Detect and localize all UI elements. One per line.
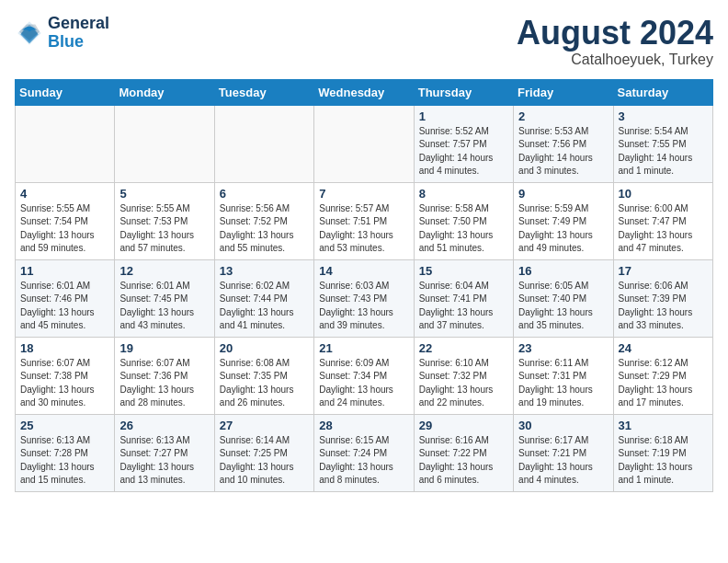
day-number: 3 xyxy=(619,109,708,123)
day-info: Sunrise: 5:54 AM Sunset: 7:55 PM Dayligh… xyxy=(619,125,708,178)
calendar-cell: 10Sunrise: 6:00 AM Sunset: 7:47 PM Dayli… xyxy=(613,182,712,259)
day-number: 15 xyxy=(419,264,508,278)
day-info: Sunrise: 6:03 AM Sunset: 7:43 PM Dayligh… xyxy=(319,280,408,333)
day-number: 14 xyxy=(319,264,408,278)
day-number: 25 xyxy=(20,419,109,432)
calendar-cell: 19Sunrise: 6:07 AM Sunset: 7:36 PM Dayli… xyxy=(115,337,214,414)
calendar-cell: 23Sunrise: 6:11 AM Sunset: 7:31 PM Dayli… xyxy=(514,337,613,414)
day-info: Sunrise: 6:18 AM Sunset: 7:19 PM Dayligh… xyxy=(619,434,708,488)
day-info: Sunrise: 6:12 AM Sunset: 7:29 PM Dayligh… xyxy=(619,357,708,410)
calendar-cell: 13Sunrise: 6:02 AM Sunset: 7:44 PM Dayli… xyxy=(214,259,313,337)
weekday-header-thursday: Thursday xyxy=(414,79,513,105)
day-info: Sunrise: 6:05 AM Sunset: 7:40 PM Dayligh… xyxy=(518,280,608,333)
day-info: Sunrise: 6:06 AM Sunset: 7:39 PM Dayligh… xyxy=(619,280,708,333)
day-number: 22 xyxy=(419,341,508,355)
day-number: 21 xyxy=(319,341,408,355)
calendar-cell: 21Sunrise: 6:09 AM Sunset: 7:34 PM Dayli… xyxy=(314,337,414,414)
calendar-cell: 8Sunrise: 5:58 AM Sunset: 7:50 PM Daylig… xyxy=(414,182,513,259)
day-number: 18 xyxy=(20,341,109,355)
calendar-cell: 6Sunrise: 5:56 AM Sunset: 7:52 PM Daylig… xyxy=(214,182,313,259)
day-number: 24 xyxy=(619,341,708,355)
calendar-cell: 17Sunrise: 6:06 AM Sunset: 7:39 PM Dayli… xyxy=(613,259,712,337)
day-info: Sunrise: 6:10 AM Sunset: 7:32 PM Dayligh… xyxy=(419,357,508,410)
weekday-header-sunday: Sunday xyxy=(16,79,115,105)
calendar-cell: 18Sunrise: 6:07 AM Sunset: 7:38 PM Dayli… xyxy=(16,337,115,414)
calendar-cell: 3Sunrise: 5:54 AM Sunset: 7:55 PM Daylig… xyxy=(613,105,712,182)
day-info: Sunrise: 5:52 AM Sunset: 7:57 PM Dayligh… xyxy=(419,125,508,178)
calendar-cell xyxy=(115,105,214,182)
calendar-cell: 20Sunrise: 6:08 AM Sunset: 7:35 PM Dayli… xyxy=(214,337,313,414)
weekday-header-wednesday: Wednesday xyxy=(314,79,414,105)
calendar-cell: 7Sunrise: 5:57 AM Sunset: 7:51 PM Daylig… xyxy=(314,182,414,259)
day-number: 13 xyxy=(220,264,309,278)
day-info: Sunrise: 6:07 AM Sunset: 7:36 PM Dayligh… xyxy=(119,357,209,410)
weekday-header-saturday: Saturday xyxy=(613,79,712,105)
calendar-cell: 24Sunrise: 6:12 AM Sunset: 7:29 PM Dayli… xyxy=(613,337,712,414)
day-number: 1 xyxy=(419,109,508,123)
day-number: 5 xyxy=(119,187,209,201)
day-info: Sunrise: 6:09 AM Sunset: 7:34 PM Dayligh… xyxy=(319,357,408,410)
day-info: Sunrise: 6:04 AM Sunset: 7:41 PM Dayligh… xyxy=(419,280,508,333)
calendar-cell xyxy=(16,105,115,182)
day-number: 28 xyxy=(319,419,408,432)
weekday-header-friday: Friday xyxy=(514,79,613,105)
location-subtitle: Catalhoeyuek, Turkey xyxy=(517,52,713,68)
day-number: 11 xyxy=(20,264,109,278)
calendar-cell: 11Sunrise: 6:01 AM Sunset: 7:46 PM Dayli… xyxy=(16,259,115,337)
calendar-cell: 15Sunrise: 6:04 AM Sunset: 7:41 PM Dayli… xyxy=(414,259,513,337)
calendar-week-row: 25Sunrise: 6:13 AM Sunset: 7:28 PM Dayli… xyxy=(16,414,713,491)
calendar-cell xyxy=(314,105,414,182)
day-info: Sunrise: 6:11 AM Sunset: 7:31 PM Dayligh… xyxy=(518,357,608,410)
day-info: Sunrise: 6:00 AM Sunset: 7:47 PM Dayligh… xyxy=(619,202,708,256)
logo: General Blue xyxy=(15,15,109,52)
title-block: August 2024 Catalhoeyuek, Turkey xyxy=(517,15,713,68)
day-number: 16 xyxy=(518,264,608,278)
calendar-cell: 25Sunrise: 6:13 AM Sunset: 7:28 PM Dayli… xyxy=(16,414,115,491)
calendar-cell: 5Sunrise: 5:55 AM Sunset: 7:53 PM Daylig… xyxy=(115,182,214,259)
day-info: Sunrise: 5:55 AM Sunset: 7:53 PM Dayligh… xyxy=(119,202,209,256)
day-info: Sunrise: 5:56 AM Sunset: 7:52 PM Dayligh… xyxy=(220,202,309,256)
day-number: 17 xyxy=(619,264,708,278)
day-number: 30 xyxy=(518,419,608,432)
day-number: 29 xyxy=(419,419,508,432)
month-year-title: August 2024 xyxy=(517,15,713,52)
day-info: Sunrise: 6:01 AM Sunset: 7:45 PM Dayligh… xyxy=(119,280,209,333)
weekday-header-row: SundayMondayTuesdayWednesdayThursdayFrid… xyxy=(16,79,713,105)
day-info: Sunrise: 6:16 AM Sunset: 7:22 PM Dayligh… xyxy=(419,434,508,488)
calendar-cell: 26Sunrise: 6:13 AM Sunset: 7:27 PM Dayli… xyxy=(115,414,214,491)
day-info: Sunrise: 6:14 AM Sunset: 7:25 PM Dayligh… xyxy=(220,434,309,488)
day-info: Sunrise: 5:53 AM Sunset: 7:56 PM Dayligh… xyxy=(518,125,608,178)
calendar-cell: 12Sunrise: 6:01 AM Sunset: 7:45 PM Dayli… xyxy=(115,259,214,337)
calendar-cell: 30Sunrise: 6:17 AM Sunset: 7:21 PM Dayli… xyxy=(514,414,613,491)
day-info: Sunrise: 5:55 AM Sunset: 7:54 PM Dayligh… xyxy=(20,202,109,256)
day-info: Sunrise: 6:02 AM Sunset: 7:44 PM Dayligh… xyxy=(220,280,309,333)
calendar-week-row: 1Sunrise: 5:52 AM Sunset: 7:57 PM Daylig… xyxy=(16,105,713,182)
day-info: Sunrise: 6:07 AM Sunset: 7:38 PM Dayligh… xyxy=(20,357,109,410)
day-number: 7 xyxy=(319,187,408,201)
day-info: Sunrise: 5:59 AM Sunset: 7:49 PM Dayligh… xyxy=(518,202,608,256)
calendar-cell: 2Sunrise: 5:53 AM Sunset: 7:56 PM Daylig… xyxy=(514,105,613,182)
calendar-week-row: 11Sunrise: 6:01 AM Sunset: 7:46 PM Dayli… xyxy=(16,259,713,337)
day-number: 19 xyxy=(119,341,209,355)
calendar-cell: 29Sunrise: 6:16 AM Sunset: 7:22 PM Dayli… xyxy=(414,414,513,491)
calendar-cell: 28Sunrise: 6:15 AM Sunset: 7:24 PM Dayli… xyxy=(314,414,414,491)
page-header: General Blue August 2024 Catalhoeyuek, T… xyxy=(15,15,713,68)
calendar-cell: 22Sunrise: 6:10 AM Sunset: 7:32 PM Dayli… xyxy=(414,337,513,414)
calendar-cell: 9Sunrise: 5:59 AM Sunset: 7:49 PM Daylig… xyxy=(514,182,613,259)
day-info: Sunrise: 6:08 AM Sunset: 7:35 PM Dayligh… xyxy=(220,357,309,410)
day-number: 9 xyxy=(518,187,608,201)
day-number: 20 xyxy=(220,341,309,355)
calendar-cell: 31Sunrise: 6:18 AM Sunset: 7:19 PM Dayli… xyxy=(613,414,712,491)
calendar-cell: 16Sunrise: 6:05 AM Sunset: 7:40 PM Dayli… xyxy=(514,259,613,337)
calendar-week-row: 4Sunrise: 5:55 AM Sunset: 7:54 PM Daylig… xyxy=(16,182,713,259)
calendar-cell: 27Sunrise: 6:14 AM Sunset: 7:25 PM Dayli… xyxy=(214,414,313,491)
day-number: 6 xyxy=(220,187,309,201)
day-number: 4 xyxy=(20,187,109,201)
calendar-week-row: 18Sunrise: 6:07 AM Sunset: 7:38 PM Dayli… xyxy=(16,337,713,414)
day-number: 23 xyxy=(518,341,608,355)
day-info: Sunrise: 5:58 AM Sunset: 7:50 PM Dayligh… xyxy=(419,202,508,256)
day-info: Sunrise: 6:13 AM Sunset: 7:27 PM Dayligh… xyxy=(119,434,209,488)
day-info: Sunrise: 6:01 AM Sunset: 7:46 PM Dayligh… xyxy=(20,280,109,333)
day-number: 12 xyxy=(119,264,209,278)
day-number: 27 xyxy=(220,419,309,432)
